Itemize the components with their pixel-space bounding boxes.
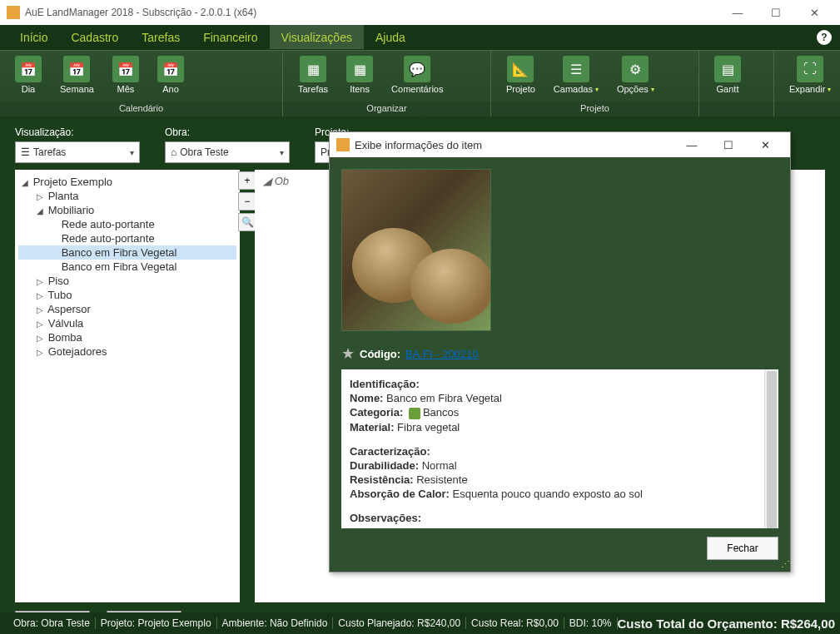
- chevron-down-icon: ▾: [651, 86, 654, 93]
- dialog-titlebar: Exibe informações do item — ☐ ✕: [330, 132, 790, 157]
- status-bdi: BDI: 10%: [564, 617, 618, 629]
- item-image: [341, 169, 491, 331]
- window-titlebar: AuE LandManager 2018 - Subscrição - 2.0.…: [0, 0, 840, 25]
- content-heading: Ob: [275, 175, 289, 187]
- tree-root[interactable]: ◢ Projeto Exemplo: [18, 175, 236, 189]
- info-panel: Identificação: Nome: Banco em Fibra Vege…: [341, 369, 778, 528]
- menubar: Início Cadastro Tarefas Financeiro Visua…: [0, 25, 840, 50]
- ribbon-group-calendario: Calendário: [0, 102, 282, 116]
- value-resistencia: Resistente: [416, 473, 467, 486]
- status-planejado: Custo Planejado: R$240,00: [333, 617, 466, 629]
- calendar-month-icon: 📅: [112, 56, 139, 82]
- help-icon[interactable]: ?: [817, 30, 832, 45]
- combo-obra[interactable]: ⌂Obra Teste▾: [165, 141, 290, 163]
- section-identificacao: Identificação:: [350, 378, 755, 390]
- menu-visualizacoes[interactable]: Visualizações: [270, 25, 364, 49]
- section-caracterizacao: Caracterização:: [350, 445, 755, 458]
- tree-node[interactable]: Rede auto-portante: [18, 217, 236, 231]
- home-icon: ⌂: [171, 146, 176, 158]
- gantt-icon: ▤: [714, 56, 741, 82]
- tree-node[interactable]: ◢ Mobiliario: [18, 203, 236, 217]
- tree-node[interactable]: ▷ Válvula: [18, 316, 236, 330]
- tree-node[interactable]: Rede auto-portante: [18, 231, 236, 245]
- tasks-icon: ▦: [300, 56, 326, 82]
- menu-financeiro[interactable]: Financeiro: [191, 26, 269, 49]
- dialog-icon: [336, 138, 350, 151]
- calendar-day-icon: 📅: [15, 56, 42, 82]
- chevron-down-icon: ▾: [595, 86, 599, 93]
- ribbon-gantt[interactable]: ▤Gantt: [706, 54, 749, 96]
- list-icon: ☰: [21, 146, 30, 158]
- tree-node[interactable]: ▷ Aspersor: [18, 302, 236, 316]
- ribbon-dia[interactable]: 📅Dia: [7, 54, 50, 96]
- tree-remove-button[interactable]: −: [238, 192, 256, 211]
- value-categoria: Bancos: [423, 406, 459, 419]
- ribbon-camadas[interactable]: ☰Camadas▾: [545, 54, 607, 96]
- ribbon-group-organizar: Organizar: [283, 102, 490, 116]
- window-close[interactable]: ✕: [795, 0, 833, 25]
- dialog-close-button[interactable]: Fechar: [707, 537, 778, 560]
- ribbon-opcoes[interactable]: ⚙Opções▾: [609, 54, 663, 96]
- options-icon: ⚙: [622, 56, 649, 82]
- label-visualizacao: Visualização:: [15, 126, 140, 138]
- dialog-minimize[interactable]: —: [673, 139, 710, 151]
- app-icon: [7, 6, 20, 19]
- value-material: Fibra vegetal: [397, 421, 460, 433]
- section-observacoes: Observações:: [350, 512, 755, 524]
- label-obra: Obra:: [165, 126, 290, 138]
- layers-icon: ☰: [563, 56, 589, 82]
- item-info-dialog: Exibe informações do item — ☐ ✕ ★ Código…: [329, 131, 791, 572]
- project-icon: 📐: [507, 56, 534, 82]
- tree-node[interactable]: ▷ Planta: [18, 189, 236, 203]
- status-projeto: Projeto: Projeto Exemplo: [96, 617, 217, 629]
- tree-node[interactable]: Banco em Fibra Vegetal: [18, 260, 236, 274]
- menu-tarefas[interactable]: Tarefas: [130, 26, 191, 49]
- ribbon-projeto[interactable]: 📐Projeto: [498, 54, 544, 96]
- ribbon-mes[interactable]: 📅Mês: [104, 54, 147, 96]
- value-durabilidade: Normal: [422, 459, 457, 472]
- favorite-star-icon[interactable]: ★: [341, 344, 355, 363]
- window-minimize[interactable]: —: [718, 0, 757, 25]
- category-icon: [409, 408, 420, 419]
- window-maximize[interactable]: ☐: [757, 0, 795, 25]
- chevron-down-icon: ▾: [280, 148, 284, 157]
- dialog-title: Exibe informações do item: [355, 139, 482, 151]
- ribbon-ano[interactable]: 📅Ano: [149, 54, 192, 96]
- ribbon-semana[interactable]: 📅Semana: [52, 54, 102, 96]
- ribbon-itens[interactable]: ▦Itens: [338, 54, 381, 96]
- expand-icon: ⛶: [797, 56, 823, 82]
- value-absorcao: Esquenta pouco quando exposto ao sol: [453, 488, 643, 500]
- menu-inicio[interactable]: Início: [8, 26, 59, 49]
- code-link[interactable]: BA.FI - 200210: [405, 348, 478, 360]
- value-nome: Banco em Fibra Vegetal: [386, 392, 502, 404]
- ribbon-comentarios[interactable]: 💬Comentários: [383, 54, 451, 96]
- dialog-maximize[interactable]: ☐: [710, 139, 747, 151]
- tree-search-button[interactable]: 🔍: [238, 213, 256, 231]
- resize-grip-icon[interactable]: ⋰: [781, 559, 788, 570]
- calendar-year-icon: 📅: [157, 56, 184, 82]
- comments-icon: 💬: [404, 56, 430, 82]
- tree-node[interactable]: ▷ Tubo: [18, 288, 236, 302]
- ribbon: 📅Dia 📅Semana 📅Mês 📅Ano Calendário ▦Taref…: [0, 50, 840, 116]
- chevron-down-icon: ▾: [828, 86, 831, 93]
- ribbon-group-projeto: Projeto: [491, 102, 698, 116]
- status-total: Custo Total do Orçamento: R$264,00: [618, 617, 835, 631]
- tree-node[interactable]: ▷ Piso: [18, 274, 236, 288]
- items-icon: ▦: [346, 56, 373, 82]
- tree-node[interactable]: Banco em Fibra Vegetal: [18, 245, 236, 260]
- ribbon-tarefas[interactable]: ▦Tarefas: [290, 54, 336, 96]
- chevron-down-icon: ▾: [130, 148, 134, 157]
- ribbon-expandir[interactable]: ⛶Expandir▾: [781, 54, 839, 96]
- dialog-close[interactable]: ✕: [747, 139, 783, 151]
- tree-add-button[interactable]: +: [238, 171, 256, 190]
- info-scrollbar[interactable]: [764, 369, 778, 528]
- status-ambiente: Ambiente: Não Definido: [217, 617, 334, 629]
- tree-node[interactable]: ▷ Bomba: [18, 330, 236, 344]
- menu-ajuda[interactable]: Ajuda: [364, 26, 417, 49]
- tree-panel: ◢ Projeto Exemplo ▷ Planta◢ Mobiliario R…: [15, 170, 240, 602]
- tree-node[interactable]: ▷ Gotejadores: [18, 344, 236, 359]
- menu-cadastro[interactable]: Cadastro: [59, 26, 130, 49]
- code-label: Código:: [360, 348, 400, 360]
- combo-visualizacao[interactable]: ☰Tarefas▾: [15, 141, 140, 163]
- window-title: AuE LandManager 2018 - Subscrição - 2.0.…: [25, 7, 256, 18]
